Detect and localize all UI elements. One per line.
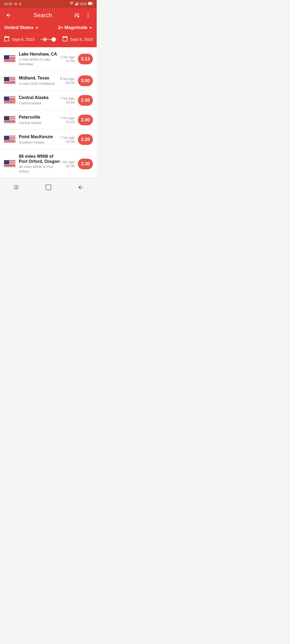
start-date-label: Sept 6, 2023 bbox=[12, 37, 35, 42]
flag-icon bbox=[4, 55, 16, 63]
earthquake-time-clock: 03:18 bbox=[60, 100, 75, 104]
country-filter-label: United States bbox=[4, 25, 34, 30]
svg-rect-0 bbox=[75, 4, 76, 5]
svg-rect-2 bbox=[77, 3, 77, 6]
country-filter[interactable]: United States ▼ bbox=[4, 25, 47, 30]
earthquake-list-item[interactable]: Point MacKenzie Southern Alaska 7 hrs ag… bbox=[0, 130, 97, 149]
earthquake-time: 7 hrs ago 02:36 bbox=[60, 136, 75, 144]
flag-icon bbox=[4, 136, 16, 144]
slider-right-handle[interactable] bbox=[52, 37, 56, 42]
earthquake-time: 7 hrs ago 02:36 bbox=[60, 160, 75, 168]
earthquake-time-ago: 7 hrs ago bbox=[60, 136, 75, 140]
earthquake-time-ago: 7 hrs ago bbox=[60, 96, 75, 100]
earthquake-location: Central Alaska bbox=[19, 101, 60, 106]
earthquake-magnitude: 2.00 bbox=[78, 115, 93, 125]
magnitude-filter[interactable]: 2+ Magnitude ▼ bbox=[50, 25, 92, 30]
status-bar: 10:31 ✉ ⊖ 82% bbox=[0, 0, 97, 8]
earthquake-time: 6 hrs ago 03:35 bbox=[60, 77, 75, 85]
earthquake-magnitude: 2.20 bbox=[78, 134, 93, 145]
svg-point-9 bbox=[88, 15, 89, 16]
earthquake-name: Petersville bbox=[19, 115, 60, 120]
svg-rect-4 bbox=[78, 2, 79, 5]
earthquake-list-item[interactable]: Central Alaska Central Alaska 7 hrs ago … bbox=[0, 91, 97, 110]
earthquake-time-clock: 02:36 bbox=[60, 140, 75, 144]
nav-home-button[interactable] bbox=[44, 182, 53, 192]
flag-icon bbox=[4, 160, 16, 168]
earthquake-list-item[interactable]: Petersville Central Alaska 7 hrs ago 02:… bbox=[0, 110, 97, 130]
earthquake-name: Point MacKenzie bbox=[19, 134, 60, 139]
earthquake-time-clock: 02:43 bbox=[60, 120, 75, 124]
earthquake-list-item[interactable]: 88 miles WNW of Port Orford, Oregon 88 m… bbox=[0, 149, 97, 178]
earthquake-time-ago: 7 hrs ago bbox=[60, 160, 75, 164]
svg-rect-18 bbox=[14, 185, 15, 186]
svg-rect-13 bbox=[63, 37, 64, 38]
flag-icon bbox=[4, 77, 16, 85]
earthquake-location: 88 miles WNW of Port Orford bbox=[19, 165, 60, 174]
svg-rect-17 bbox=[15, 189, 18, 189]
svg-rect-19 bbox=[14, 187, 15, 188]
earthquake-info: Petersville Central Alaska bbox=[19, 115, 60, 125]
svg-rect-3 bbox=[77, 2, 78, 5]
earthquake-location: Central Alaska bbox=[19, 121, 60, 125]
earthquake-info: Lake Henshaw, CA 1 mile WSW of Lake Hens… bbox=[19, 52, 60, 67]
dnd-icon: ⊖ bbox=[19, 2, 22, 6]
date-range-bar: Sept 6, 2023 Sept 8, 2023 bbox=[0, 34, 97, 47]
earthquake-time: 2 hrs ago 07:59 bbox=[60, 55, 75, 63]
svg-rect-15 bbox=[15, 185, 18, 186]
earthquake-magnitude: 2.50 bbox=[78, 95, 93, 106]
battery-text: 82% bbox=[80, 2, 87, 6]
earthquake-location: 1 mile WSW of Lake Henshaw bbox=[19, 57, 60, 67]
more-button[interactable] bbox=[84, 11, 92, 20]
start-calendar-icon bbox=[4, 36, 10, 43]
earthquake-time-ago: 2 hrs ago bbox=[60, 55, 75, 59]
earthquake-time-ago: 7 hrs ago bbox=[60, 116, 75, 120]
end-date-label: Sept 8, 2023 bbox=[70, 37, 93, 42]
date-slider[interactable] bbox=[37, 39, 60, 40]
earthquake-info: 88 miles WNW of Port Orford, Oregon 88 m… bbox=[19, 154, 60, 174]
earthquake-info: Point MacKenzie Southern Alaska bbox=[19, 134, 60, 145]
svg-rect-6 bbox=[92, 3, 93, 4]
earthquake-name: Lake Henshaw, CA bbox=[19, 52, 60, 57]
earthquake-time-clock: 02:36 bbox=[60, 164, 75, 168]
start-date-item[interactable]: Sept 6, 2023 bbox=[4, 36, 35, 43]
notification-icon: ✉ bbox=[14, 2, 17, 6]
filter-bar: United States ▼ 2+ Magnitude ▼ bbox=[0, 23, 97, 34]
earthquake-list-item[interactable]: Midland, Texas 4 miles SSE of Midland 6 … bbox=[0, 71, 97, 91]
svg-rect-1 bbox=[76, 3, 77, 5]
wifi-icon bbox=[70, 2, 74, 6]
svg-rect-20 bbox=[14, 189, 15, 189]
nav-back-button[interactable] bbox=[76, 182, 85, 192]
svg-rect-21 bbox=[46, 185, 51, 190]
earthquake-location: 4 miles SSE of Midland bbox=[19, 82, 60, 86]
flag-icon bbox=[4, 96, 16, 104]
earthquake-magnitude: 3.30 bbox=[78, 159, 93, 169]
earthquake-time-ago: 6 hrs ago bbox=[60, 77, 75, 81]
earthquake-location: Southern Alaska bbox=[19, 140, 60, 145]
end-date-item[interactable]: Sept 8, 2023 bbox=[62, 36, 93, 43]
app-header: Search bbox=[0, 8, 97, 23]
page-title: Search bbox=[13, 12, 73, 19]
earthquake-time: 7 hrs ago 02:43 bbox=[60, 116, 75, 124]
signal-icon bbox=[75, 2, 79, 6]
country-chevron-icon: ▼ bbox=[35, 26, 39, 30]
svg-rect-11 bbox=[5, 37, 6, 38]
earthquake-magnitude: 3.00 bbox=[78, 75, 93, 86]
magnitude-filter-label: 2+ Magnitude bbox=[58, 25, 87, 30]
end-calendar-icon bbox=[62, 36, 68, 43]
earthquake-info: Central Alaska Central Alaska bbox=[19, 95, 60, 105]
earthquake-list: Lake Henshaw, CA 1 mile WSW of Lake Hens… bbox=[0, 47, 97, 178]
sort-button[interactable] bbox=[73, 11, 81, 20]
svg-rect-14 bbox=[66, 37, 67, 38]
earthquake-name: 88 miles WNW of Port Orford, Oregon bbox=[19, 154, 60, 164]
svg-point-10 bbox=[88, 17, 89, 18]
back-button[interactable] bbox=[4, 11, 13, 20]
earthquake-name: Midland, Texas bbox=[19, 75, 60, 80]
nav-recents-button[interactable] bbox=[11, 182, 21, 192]
slider-left-handle[interactable] bbox=[43, 38, 47, 41]
svg-rect-7 bbox=[88, 2, 91, 4]
earthquake-magnitude: 3.13 bbox=[78, 54, 93, 64]
earthquake-list-item[interactable]: Lake Henshaw, CA 1 mile WSW of Lake Hens… bbox=[0, 47, 97, 71]
flag-icon bbox=[4, 116, 16, 124]
svg-rect-16 bbox=[15, 187, 18, 188]
svg-rect-12 bbox=[8, 37, 8, 38]
